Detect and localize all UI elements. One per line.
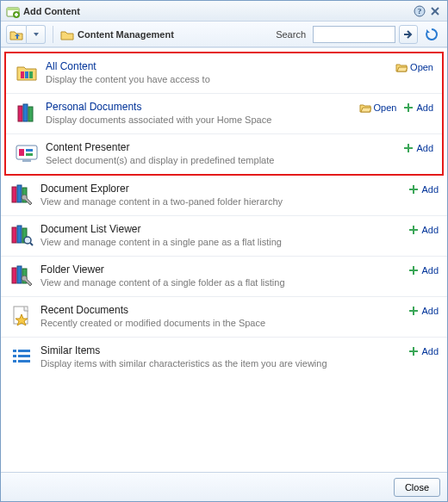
list-item-title[interactable]: All Content bbox=[46, 60, 96, 72]
list-item-title: Document Explorer bbox=[40, 183, 129, 195]
add-label: Add bbox=[421, 265, 439, 276]
svg-rect-1 bbox=[7, 8, 19, 10]
add-action[interactable]: Add bbox=[408, 184, 439, 195]
list-item: Recent DocumentsRecently created or modi… bbox=[1, 297, 447, 338]
folder-icon bbox=[60, 28, 74, 40]
list-item-title: Recent Documents bbox=[40, 304, 128, 316]
list-item-actions: OpenAdd bbox=[359, 102, 434, 113]
list-item-desc: Select document(s) and display in predef… bbox=[46, 155, 403, 165]
svg-rect-21 bbox=[22, 159, 31, 162]
svg-rect-44 bbox=[409, 310, 418, 312]
list-item-actions: Add bbox=[408, 265, 439, 276]
svg-rect-50 bbox=[18, 360, 30, 363]
add-action[interactable]: Add bbox=[408, 346, 439, 356]
svg-rect-4 bbox=[15, 14, 18, 15]
svg-rect-28 bbox=[409, 189, 418, 190]
list-item-desc: Recently created or modified documents i… bbox=[40, 318, 408, 328]
add-label: Add bbox=[421, 306, 439, 316]
add-label: Add bbox=[421, 225, 439, 235]
open-folder-icon bbox=[359, 102, 371, 113]
svg-rect-45 bbox=[13, 350, 16, 352]
svg-rect-12 bbox=[18, 106, 22, 121]
refresh-icon[interactable] bbox=[421, 25, 442, 44]
add-action[interactable]: Add bbox=[403, 102, 433, 113]
list-item-main: Content PresenterSelect document(s) and … bbox=[46, 141, 403, 165]
plus-icon bbox=[408, 225, 419, 235]
svg-rect-30 bbox=[17, 226, 22, 243]
books-icon bbox=[15, 101, 39, 125]
plus-icon bbox=[408, 346, 419, 356]
svg-rect-18 bbox=[19, 149, 24, 156]
svg-rect-11 bbox=[29, 71, 33, 78]
svg-rect-16 bbox=[404, 107, 413, 108]
svg-rect-49 bbox=[13, 360, 16, 363]
books-search-icon bbox=[9, 223, 34, 247]
list-item-desc: View and manage content in a single pane… bbox=[40, 237, 408, 247]
chevron-down-icon[interactable] bbox=[27, 25, 46, 44]
list-item-main: All ContentDisplay the content you have … bbox=[46, 60, 395, 84]
add-action[interactable]: Add bbox=[408, 225, 439, 235]
list-item-main: Folder ViewerView and manage content of … bbox=[40, 263, 408, 288]
svg-rect-29 bbox=[12, 227, 16, 243]
close-button[interactable]: Close bbox=[394, 478, 440, 497]
list-item-main: Document List ViewerView and manage cont… bbox=[40, 223, 408, 247]
list-item-title[interactable]: Personal Documents bbox=[46, 101, 141, 113]
list-item-title: Similar Items bbox=[40, 344, 100, 356]
svg-rect-19 bbox=[26, 149, 33, 152]
list-item: Similar ItemsDisplay items with similar … bbox=[1, 338, 447, 377]
breadcrumb: Content Management bbox=[60, 28, 272, 40]
list-item-desc: Display items with similar characteristi… bbox=[40, 358, 408, 369]
add-content-icon bbox=[6, 4, 20, 18]
list-item-title: Content Presenter bbox=[46, 141, 129, 153]
up-folder-button[interactable] bbox=[6, 25, 27, 44]
svg-line-33 bbox=[30, 243, 33, 245]
titlebar: Add Content ? bbox=[1, 1, 447, 22]
svg-rect-35 bbox=[409, 229, 418, 231]
svg-rect-52 bbox=[409, 350, 418, 352]
presenter-icon bbox=[15, 141, 39, 165]
add-action[interactable]: Add bbox=[408, 265, 439, 276]
help-icon[interactable]: ? bbox=[413, 4, 426, 18]
list-item-actions: Add bbox=[408, 346, 439, 356]
doc-star-icon bbox=[9, 304, 34, 328]
search-go-button[interactable] bbox=[399, 25, 418, 44]
list-item-desc: View and manage content of a single fold… bbox=[40, 277, 408, 288]
open-folder-icon bbox=[395, 62, 408, 72]
books-wrench-icon bbox=[9, 183, 34, 207]
list-item-actions: Add bbox=[408, 225, 439, 235]
list-item-main: Similar ItemsDisplay items with similar … bbox=[40, 344, 408, 369]
svg-text:?: ? bbox=[418, 7, 422, 15]
svg-rect-47 bbox=[13, 355, 16, 357]
breadcrumb-label: Content Management bbox=[78, 29, 174, 40]
list-item-main: Recent DocumentsRecently created or modi… bbox=[40, 304, 408, 328]
plus-icon bbox=[403, 102, 414, 113]
search-label: Search bbox=[276, 29, 306, 40]
list-item-main: Personal DocumentsDisplay documents asso… bbox=[46, 101, 359, 125]
list-item: Document List ViewerView and manage cont… bbox=[1, 216, 447, 257]
svg-rect-46 bbox=[18, 350, 30, 352]
list-icon bbox=[9, 344, 34, 369]
svg-rect-9 bbox=[21, 71, 24, 78]
search-input[interactable] bbox=[313, 26, 395, 43]
list-item: Folder ViewerView and manage content of … bbox=[1, 257, 447, 297]
add-action[interactable]: Add bbox=[403, 143, 433, 153]
books-wrench-icon bbox=[9, 263, 34, 288]
footer: Close bbox=[1, 472, 447, 501]
toolbar: Content Management Search bbox=[1, 22, 447, 47]
up-folder-split-button[interactable] bbox=[6, 25, 46, 44]
plus-icon bbox=[408, 265, 419, 276]
dialog-title: Add Content bbox=[23, 6, 411, 16]
add-action[interactable]: Add bbox=[408, 306, 439, 316]
add-content-dialog: Add Content ? Content Management Search bbox=[0, 0, 448, 502]
svg-rect-20 bbox=[26, 153, 33, 156]
open-action[interactable]: Open bbox=[359, 102, 397, 113]
svg-rect-37 bbox=[17, 266, 22, 283]
close-icon[interactable] bbox=[428, 4, 442, 18]
list-item: Content PresenterSelect document(s) and … bbox=[6, 134, 442, 174]
list-item-title: Folder Viewer bbox=[40, 263, 104, 276]
open-action[interactable]: Open bbox=[395, 62, 433, 72]
folder-content-icon bbox=[15, 60, 39, 84]
list-item: All ContentDisplay the content you have … bbox=[6, 53, 442, 94]
svg-rect-25 bbox=[17, 185, 22, 202]
list-item-actions: Add bbox=[408, 184, 439, 195]
